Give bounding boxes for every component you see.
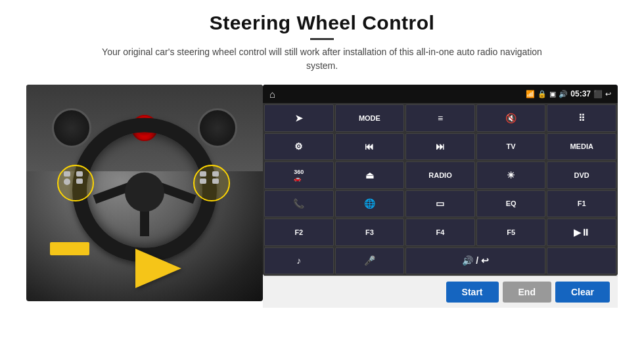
screen-icon: ⬛ [593,90,603,98]
btn-empty [547,247,616,275]
btn-mic[interactable]: 🎤 [335,247,405,275]
btn-apps[interactable]: ⠿ [547,104,616,132]
btn-playpause[interactable]: ▶⏸ [547,219,616,246]
steering-center [125,173,164,212]
lock-icon: 🔒 [538,90,547,98]
wheel-button-group-left [57,165,94,201]
btn-360[interactable]: 360🚗 [264,161,334,189]
btn-f4[interactable]: F4 [405,219,475,246]
btn-eq[interactable]: EQ [476,190,546,218]
control-panel: ⌂ 📶 🔒 ▣ 🔊 05:37 ⬛ ↩ ➤ MODE [263,85,618,276]
gauge-right [198,108,237,148]
status-time: 05:37 [570,89,591,98]
btn-dvd[interactable]: DVD [547,161,616,189]
arrow-shaft [50,242,89,255]
btn-brightness[interactable]: ☀ [476,161,546,189]
sim-icon: ▣ [549,90,556,98]
steering-wheel-photo [26,85,263,301]
btn-mode[interactable]: MODE [335,104,405,132]
btn-f3[interactable]: F3 [335,219,405,246]
title-divider [310,38,334,40]
arrow-head [135,249,181,288]
btn-internet[interactable]: 🌐 [335,190,405,218]
btn-f5[interactable]: F5 [476,219,546,246]
btn-f2[interactable]: F2 [264,219,334,246]
btn-settings[interactable]: ⚙ [264,133,334,161]
btn-media[interactable]: MEDIA [547,133,616,161]
btn-screen[interactable]: ▭ [405,190,475,218]
end-button[interactable]: End [503,282,551,303]
wifi-icon: 📶 [526,90,535,98]
status-icons: 📶 🔒 ▣ 🔊 05:37 ⬛ ↩ [526,89,611,98]
content-area: ⌂ 📶 🔒 ▣ 🔊 05:37 ⬛ ↩ ➤ MODE [26,85,618,308]
right-panel: ⌂ 📶 🔒 ▣ 🔊 05:37 ⬛ ↩ ➤ MODE [263,85,618,308]
wheel-button-group-right [193,165,230,201]
btn-vol-phone[interactable]: 🔊 / ↩ [405,247,545,275]
btn-prev[interactable]: ⏮ [335,133,405,161]
btn-f1[interactable]: F1 [547,190,616,218]
btn-radio[interactable]: RADIO [405,161,475,189]
page-title: Steering Wheel Control [92,12,552,34]
back-icon: ↩ [605,90,611,98]
clear-button[interactable]: Clear [555,282,610,303]
gauge-left [52,108,91,148]
home-icon: ⌂ [269,89,275,100]
btn-list[interactable]: ≡ [405,104,475,132]
start-button[interactable]: Start [446,282,499,303]
page-subtitle: Your original car's steering wheel contr… [92,45,552,73]
btn-vol-mute[interactable]: 🔇 [476,104,546,132]
btn-send[interactable]: ➤ [264,104,334,132]
btn-phone[interactable]: 📞 [264,190,334,218]
title-section: Steering Wheel Control Your original car… [92,12,552,73]
btn-music[interactable]: ♪ [264,247,334,275]
button-grid: ➤ MODE ≡ 🔇 ⠿ ⚙ ⏮ ⏭ TV MEDIA 360🚗 ⏏ RADIO… [263,103,618,276]
btn-next[interactable]: ⏭ [405,133,475,161]
page-container: Steering Wheel Control Your original car… [0,0,644,357]
bottom-action-bar: Start End Clear [263,276,618,308]
arrow-indicator [135,249,181,288]
btn-tv[interactable]: TV [476,133,546,161]
bluetooth-icon: 🔊 [559,90,568,98]
status-bar: ⌂ 📶 🔒 ▣ 🔊 05:37 ⬛ ↩ [263,85,618,103]
btn-eject[interactable]: ⏏ [335,161,405,189]
